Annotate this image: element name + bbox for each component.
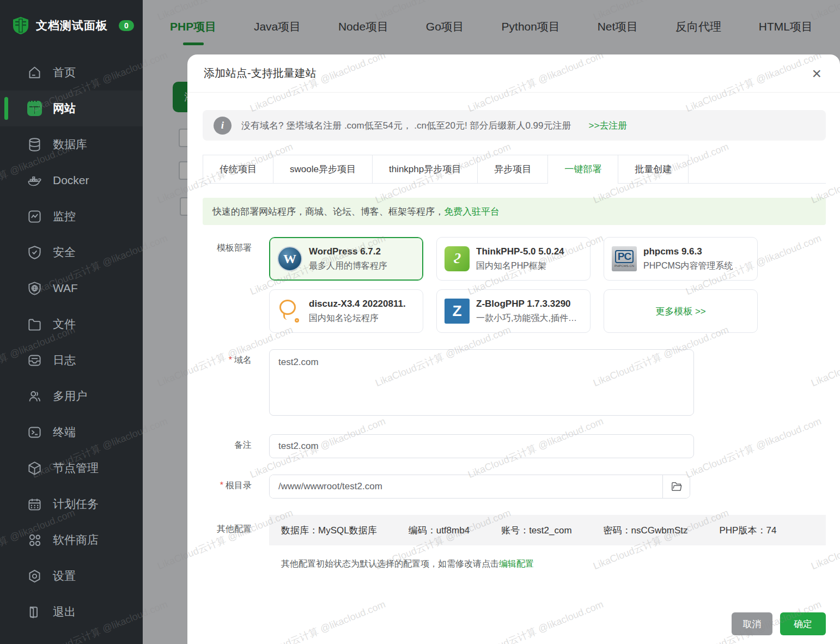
template-name: phpcms 9.6.3: [643, 246, 733, 257]
cancel-button[interactable]: 取消: [732, 612, 772, 635]
config-account: 账号：test2_com: [501, 524, 571, 537]
sidebar-item-appstore[interactable]: 软件商店: [0, 522, 143, 558]
template-desc: 国内知名论坛程序: [309, 313, 406, 324]
template-desc: 国内知名PHP框架: [476, 260, 564, 272]
template-card-zblog[interactable]: Z Z-BlogPHP 1.7.3.3290 一款小巧,功能强大,插件…: [436, 289, 591, 333]
waf-shield-globe-icon: [27, 281, 42, 296]
template-grid: W WordPress 6.7.2 最多人用的博客程序 ϩ ThinkPHP-5…: [269, 237, 826, 333]
discuz-logo: [277, 299, 302, 324]
confirm-button[interactable]: 确定: [780, 612, 826, 635]
app-logo-row: 文档测试面板 0: [0, 0, 143, 35]
sidebar-item-home[interactable]: 首页: [0, 54, 143, 90]
cube-icon: [27, 461, 42, 476]
domain-row: *域名: [203, 349, 826, 418]
logout-door-icon: [27, 605, 42, 619]
phpcms-logo: PC PHPCMS.CN: [612, 246, 637, 271]
thinkphp-logo: ϩ: [445, 246, 470, 271]
sidebar-item-label: 节点管理: [53, 460, 99, 476]
deploy-intro-banner: 快速的部署网站程序，商城、论坛、博客、框架等程序， 免费入驻平台: [203, 198, 826, 225]
sidebar-item-label: WAF: [53, 282, 78, 295]
template-name: Z-BlogPHP 1.7.3.3290: [476, 299, 577, 309]
required-asterisk: *: [229, 355, 232, 364]
other-config-row: 其他配置 数据库：MySQL数据库 编码：utf8mb4 账号：test2_co…: [203, 515, 826, 570]
sidebar-item-waf[interactable]: WAF: [0, 270, 143, 306]
remark-row: 备注: [203, 434, 826, 458]
tab-async[interactable]: 异步项目: [478, 155, 548, 183]
sidebar: 文档测试面板 0 首页 网站 数据库 Docker 监控 安全 W: [0, 0, 143, 644]
sidebar-item-node-manage[interactable]: 节点管理: [0, 450, 143, 486]
root-dir-row: *根目录: [203, 475, 826, 499]
site-type-tabs: 传统项目 swoole异步项目 thinkphp异步项目 异步项目 一键部署 批…: [203, 155, 826, 184]
root-dir-input[interactable]: [270, 475, 662, 498]
calendar-icon: [27, 497, 42, 512]
gear-icon: [27, 569, 42, 584]
template-deploy-label: 模板部署: [203, 237, 269, 333]
promo-text: 没有域名? 堡塔域名注册 .com低至54元， .cn低至20元! 部分后缀新人…: [241, 119, 571, 132]
sidebar-item-docker[interactable]: Docker: [0, 162, 143, 198]
wordpress-logo: W: [277, 246, 302, 271]
sidebar-menu: 首页 网站 数据库 Docker 监控 安全 WAF 文件: [0, 54, 143, 630]
sidebar-item-logout[interactable]: 退出: [0, 594, 143, 630]
template-desc: PHPCMS内容管理系统: [643, 260, 733, 272]
tab-thinkphp-async[interactable]: thinkphp异步项目: [373, 155, 478, 183]
tab-swoole-async[interactable]: swoole异步项目: [273, 155, 373, 183]
sidebar-item-label: 文件: [53, 317, 76, 332]
sidebar-item-files[interactable]: 文件: [0, 306, 143, 342]
config-php-version: PHP版本：74: [719, 524, 776, 537]
add-site-modal: 添加站点-支持批量建站 × i 没有域名? 堡塔域名注册 .com低至54元， …: [187, 54, 840, 644]
sidebar-item-security[interactable]: 安全: [0, 234, 143, 270]
panel-logo-icon: [12, 16, 29, 35]
domain-promo-banner: i 没有域名? 堡塔域名注册 .com低至54元， .cn低至20元! 部分后缀…: [203, 110, 826, 141]
deploy-intro-text: 快速的部署网站程序，商城、论坛、博客、框架等程序，: [212, 205, 444, 218]
sidebar-item-database[interactable]: 数据库: [0, 126, 143, 162]
remark-input[interactable]: [269, 434, 694, 458]
sidebar-item-settings[interactable]: 设置: [0, 558, 143, 594]
users-icon: [27, 389, 42, 404]
other-config-label: 其他配置: [203, 515, 269, 570]
terminal-icon: [27, 425, 42, 440]
sidebar-item-label: 日志: [53, 353, 76, 368]
sidebar-item-label: Docker: [53, 174, 89, 187]
tab-one-click-deploy[interactable]: 一键部署: [548, 155, 618, 183]
sidebar-item-label: 首页: [53, 65, 76, 80]
sidebar-item-terminal[interactable]: 终端: [0, 414, 143, 450]
sidebar-item-logs[interactable]: 日志: [0, 342, 143, 378]
template-deploy-row: 模板部署 W WordPress 6.7.2 最多人用的博客程序 ϩ: [203, 237, 826, 333]
folder-icon: [671, 481, 683, 493]
template-name: discuz-X3.4 20220811.: [309, 299, 406, 309]
template-card-phpcms[interactable]: PC PHPCMS.CN phpcms 9.6.3 PHPCMS内容管理系统: [604, 237, 758, 281]
more-templates-button[interactable]: 更多模板 >>: [604, 289, 758, 333]
domain-input[interactable]: [269, 349, 694, 416]
browse-folder-button[interactable]: [662, 475, 690, 498]
tab-traditional[interactable]: 传统项目: [203, 155, 273, 183]
sidebar-item-label: 网站: [53, 101, 76, 116]
sidebar-item-label: 多用户: [53, 388, 87, 404]
sidebar-item-multiuser[interactable]: 多用户: [0, 378, 143, 414]
website-icon: [27, 101, 42, 116]
config-note: 其他配置初始状态为默认选择的配置项，如需修改请点击编辑配置: [269, 558, 826, 570]
template-card-thinkphp[interactable]: ϩ ThinkPHP-5.0 5.0.24 国内知名PHP框架: [436, 237, 591, 281]
sidebar-item-label: 计划任务: [53, 496, 99, 512]
close-icon[interactable]: ×: [812, 65, 821, 82]
zblog-logo: Z: [445, 299, 470, 324]
go-register-link[interactable]: >>去注册: [589, 119, 628, 132]
sidebar-item-monitor[interactable]: 监控: [0, 198, 143, 234]
sidebar-item-label: 软件商店: [53, 532, 99, 548]
notification-badge[interactable]: 0: [119, 20, 134, 31]
monitor-icon: [27, 209, 42, 224]
tab-batch-create[interactable]: 批量创建: [618, 155, 689, 183]
root-dir-label: *根目录: [203, 475, 269, 499]
edit-config-link[interactable]: 编辑配置: [499, 559, 534, 568]
required-asterisk: *: [220, 481, 223, 490]
free-join-link[interactable]: 免费入驻平台: [444, 205, 500, 218]
sidebar-item-label: 终端: [53, 424, 76, 440]
template-card-discuz[interactable]: discuz-X3.4 20220811. 国内知名论坛程序: [269, 289, 423, 333]
security-shield-icon: [27, 245, 42, 260]
other-config-summary: 数据库：MySQL数据库 编码：utf8mb4 账号：test2_com 密码：…: [269, 515, 826, 545]
sidebar-item-label: 安全: [53, 245, 76, 260]
template-desc: 最多人用的博客程序: [309, 260, 387, 272]
sidebar-item-website[interactable]: 网站: [0, 90, 143, 126]
template-card-wordpress[interactable]: W WordPress 6.7.2 最多人用的博客程序: [269, 237, 423, 281]
database-icon: [27, 137, 42, 152]
sidebar-item-cron[interactable]: 计划任务: [0, 486, 143, 522]
